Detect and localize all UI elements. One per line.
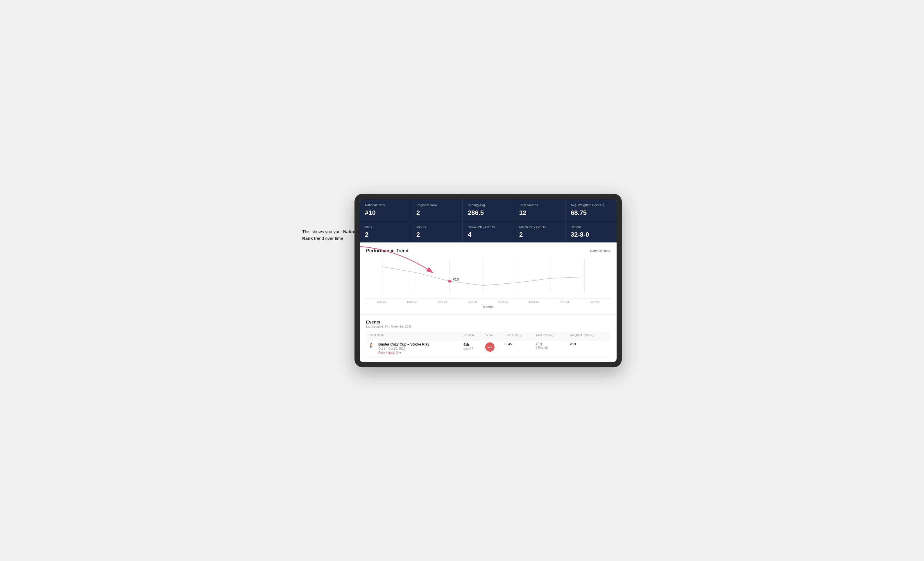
rank-impact-arrow: ▼ (399, 351, 402, 354)
stat-record: Record 32-8-0 (566, 221, 616, 242)
event-total-points: 28.3 (536, 343, 542, 346)
events-title: Events (366, 319, 610, 325)
stat-regional-rank-label: Regional Rank (416, 203, 457, 207)
event-weighted-points: 28.3 (570, 343, 576, 346)
stat-stroke-play-label: Stroke Play Events (468, 225, 508, 229)
table-row: 🏌️ Buster Cozy Cup – Stroke Play Oct 9 –… (366, 339, 610, 357)
outer-container: This shows you your National Rank trend … (302, 194, 622, 367)
score-badge: -22 (485, 343, 495, 352)
events-last-updated: Last updated: 24th November 2023 (366, 325, 610, 328)
tablet-screen: National Rank #10 Regional Rank 2 Scorin… (360, 199, 616, 362)
stat-total-rounds: Total Rounds 12 (514, 199, 566, 220)
stat-regional-rank: Regional Rank 2 (411, 199, 463, 220)
annotation-bold: National Rank (302, 229, 360, 241)
event-sg-cell: 0.45 (503, 339, 534, 357)
event-golf-icon: 🏌️ (369, 343, 376, 348)
chart-area: #10 (366, 258, 610, 299)
col-score: Score (483, 332, 503, 340)
svg-point-8 (448, 280, 451, 283)
performance-section: Performance Trend National Rank (360, 242, 616, 314)
event-total-rounds: 3 Rounds (536, 346, 548, 349)
stat-record-value: 32-8-0 (571, 231, 611, 238)
event-name: Buster Cozy Cup – Stroke Play (378, 343, 429, 346)
stat-wins-label: Wins (365, 225, 406, 229)
stat-avg-weighted-label: Avg. Weighted Points ⓘ (571, 203, 611, 207)
stat-match-play-events: Match Play Events 2 (514, 221, 566, 242)
months-label: Months (366, 305, 610, 310)
x-label-mar24: MAR 24 (519, 301, 549, 304)
x-label-apr24: APR 24 (549, 301, 580, 304)
col-weighted-points: Weighted Points ⓘ (567, 332, 610, 340)
annotation-text: This shows you your National Rank trend … (302, 229, 360, 241)
stat-top3s: Top 3s 2 (411, 221, 463, 242)
event-total-points-cell: 28.3 3 Rounds (534, 339, 567, 357)
stat-national-rank-value: #10 (365, 209, 406, 217)
x-label-dec23: DEC 23 (427, 301, 458, 304)
event-position-cell: 6th out of 7 (461, 339, 483, 357)
stat-avg-weighted-points: Avg. Weighted Points ⓘ 68.75 (566, 199, 616, 220)
table-header-row: Event Name Position Score Event SG ⓘ (366, 332, 610, 340)
col-event-name: Event Name (366, 332, 461, 340)
x-axis-labels: OCT 23 NOV 23 DEC 23 JAN 24 FEB 24 MAR 2… (366, 299, 610, 304)
stats-header: National Rank #10 Regional Rank 2 Scorin… (360, 199, 616, 242)
stat-avg-weighted-value: 68.75 (571, 209, 611, 217)
national-rank-chart-label: National Rank (590, 249, 610, 253)
events-table: Event Name Position Score Event SG ⓘ (366, 332, 610, 358)
x-label-jan24: JAN 24 (458, 301, 488, 304)
stat-record-label: Record (571, 225, 611, 229)
stat-national-rank: National Rank #10 (360, 199, 411, 220)
x-label-nov23: NOV 23 (397, 301, 427, 304)
x-label-may24: MAY 24 (580, 301, 610, 304)
stat-scoring-avg-value: 286.5 (468, 209, 508, 217)
stat-regional-rank-value: 2 (416, 209, 457, 217)
stat-scoring-avg-label: Scoring Avg. (468, 203, 508, 207)
event-position-sub: out of 7 (464, 347, 473, 350)
x-label-feb24: FEB 24 (488, 301, 519, 304)
events-section: Events Last updated: 24th November 2023 … (360, 314, 616, 362)
x-label-oct23: OCT 23 (366, 301, 397, 304)
event-date: Oct 9 – Oct 10, 2023 (378, 347, 429, 350)
stat-stroke-play-value: 4 (468, 231, 508, 238)
stat-total-rounds-label: Total Rounds (519, 203, 560, 207)
stats-row-2: Wins 2 Top 3s 2 Stroke Play Events 4 M (360, 221, 616, 242)
stat-top3s-value: 2 (416, 231, 457, 238)
event-sg-value: 0.45 (506, 343, 512, 346)
event-name-cell: 🏌️ Buster Cozy Cup – Stroke Play Oct 9 –… (366, 339, 461, 357)
performance-chart: #10 (366, 258, 610, 299)
annotation: This shows you your National Rank trend … (302, 229, 366, 242)
screen-content: National Rank #10 Regional Rank 2 Scorin… (360, 199, 616, 362)
performance-header: Performance Trend National Rank (366, 248, 610, 253)
stat-wins: Wins 2 (360, 221, 411, 242)
stats-row-1: National Rank #10 Regional Rank 2 Scorin… (360, 199, 616, 220)
col-total-points: Total Points ⓘ (534, 332, 567, 340)
svg-text:#10: #10 (453, 278, 459, 281)
stat-national-rank-label: National Rank (365, 203, 406, 207)
stat-stroke-play-events: Stroke Play Events 4 (463, 221, 514, 242)
stat-scoring-avg: Scoring Avg. 286.5 (463, 199, 514, 220)
stat-wins-value: 2 (365, 231, 406, 238)
event-position: 6th (464, 343, 481, 347)
stat-top3s-label: Top 3s (416, 225, 457, 229)
event-weighted-points-cell: 28.3 (567, 339, 610, 357)
col-position: Position (461, 332, 483, 340)
stat-match-play-label: Match Play Events (519, 225, 560, 229)
performance-title: Performance Trend (366, 248, 408, 253)
rank-impact: Rank Impact: 3 ▼ (378, 351, 429, 354)
stat-total-rounds-value: 12 (519, 209, 560, 217)
event-score-cell: -22 (483, 339, 503, 357)
stat-match-play-value: 2 (519, 231, 560, 238)
col-event-sg: Event SG ⓘ (503, 332, 534, 340)
tablet-frame: National Rank #10 Regional Rank 2 Scorin… (354, 194, 622, 367)
